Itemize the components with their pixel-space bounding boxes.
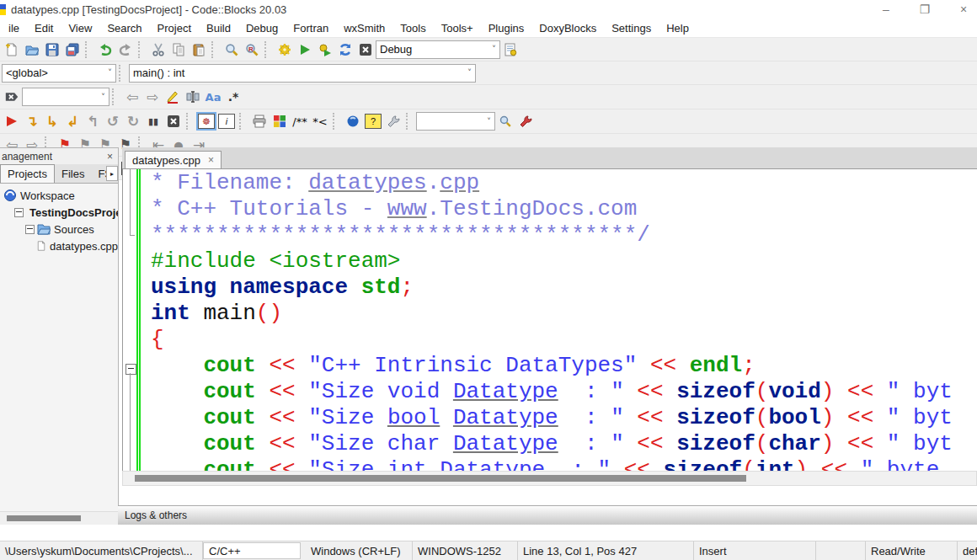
symbol-settings-button[interactable] xyxy=(515,112,536,131)
debug-continue-button[interactable] xyxy=(2,112,22,131)
symbol-search-button[interactable] xyxy=(495,112,515,131)
code-completion-toolbar: <global>˅main() : int˅ xyxy=(0,61,977,85)
status-profile: default xyxy=(958,541,977,560)
code-editor[interactable]: * Filename: datatypes.cpp* C++ Tutorials… xyxy=(122,169,977,472)
toolbar-separator xyxy=(138,41,146,58)
status-empty xyxy=(816,541,866,560)
code-line: cout << "Size bool Datatype : " << sizeo… xyxy=(151,405,977,431)
paste-button[interactable] xyxy=(189,40,209,59)
rebuild-button[interactable] xyxy=(335,40,355,59)
redo-button[interactable] xyxy=(115,40,136,59)
symbol-search-combo[interactable]: ˅ xyxy=(416,112,495,131)
menu-search[interactable]: Search xyxy=(99,20,149,36)
next-line-icon[interactable]: ↳ xyxy=(42,112,62,131)
fold-collapse-icon[interactable] xyxy=(125,364,136,375)
debug-info-icon[interactable]: i xyxy=(216,112,237,131)
tab-overflow-icon[interactable]: ▸ xyxy=(106,166,118,181)
step-out-icon[interactable]: ↰ xyxy=(83,112,103,131)
editor-scrollbar-thumb[interactable] xyxy=(135,475,746,482)
run-button[interactable] xyxy=(295,40,315,59)
abort-button[interactable] xyxy=(355,40,376,59)
tree-item-datatypes-label: datatypes.cpp xyxy=(50,240,118,253)
selected-text-only-icon[interactable] xyxy=(183,88,203,106)
search-next-icon[interactable]: ⇨ xyxy=(142,88,163,106)
tab-projects[interactable]: Projects xyxy=(0,164,55,183)
doxy-block-comment-icon[interactable]: /** xyxy=(290,112,310,131)
function-combo[interactable]: main() : int˅ xyxy=(129,64,476,83)
editor-tab-close-icon[interactable]: × xyxy=(208,154,214,166)
menu-build[interactable]: Build xyxy=(199,20,238,36)
open-file-button[interactable] xyxy=(22,40,42,59)
menu-plugins[interactable]: Plugins xyxy=(481,20,532,36)
menu-help[interactable]: Help xyxy=(659,20,697,36)
build-target-combo[interactable]: Debug˅ xyxy=(376,40,500,59)
step-into-instruction-icon[interactable]: ↻ xyxy=(123,112,143,131)
run-to-cursor-icon[interactable]: ↴ xyxy=(22,112,42,131)
panel-scrollbar-thumb[interactable] xyxy=(7,515,81,521)
chevron-down-icon: ˅ xyxy=(492,45,496,54)
logs-panel-header[interactable]: Logs & others xyxy=(118,505,977,525)
build-and-run-button[interactable] xyxy=(315,40,335,59)
match-case-icon[interactable]: Aa xyxy=(203,88,223,106)
menu-ile[interactable]: ile xyxy=(1,20,27,36)
management-panel-title: anagement xyxy=(2,151,52,163)
highlight-occurrences-icon[interactable] xyxy=(163,88,183,106)
menu-settings[interactable]: Settings xyxy=(604,20,659,36)
toolbar-separator xyxy=(186,113,194,130)
close-incremental-search-button[interactable] xyxy=(2,88,22,106)
next-instruction-icon[interactable]: ↺ xyxy=(103,112,123,131)
toolbar-separator xyxy=(264,41,272,58)
minimize-button[interactable]: – xyxy=(879,3,893,16)
close-button[interactable]: × xyxy=(957,3,970,16)
menu-view[interactable]: View xyxy=(61,20,99,36)
find-button[interactable] xyxy=(222,40,242,59)
scope-combo[interactable]: <global>˅ xyxy=(2,64,116,83)
panel-horizontal-scrollbar[interactable] xyxy=(0,511,118,525)
build-button[interactable] xyxy=(275,40,295,59)
doxy-run-chm-icon[interactable]: ? xyxy=(363,112,383,131)
menu-tools[interactable]: Tools xyxy=(392,20,433,36)
management-close-icon[interactable]: × xyxy=(107,151,113,163)
collapse-icon[interactable] xyxy=(14,208,24,217)
doxy-line-comment-icon[interactable]: *< xyxy=(310,112,330,131)
restore-button[interactable]: ❐ xyxy=(918,3,932,16)
new-file-button[interactable] xyxy=(2,40,22,59)
undo-button[interactable] xyxy=(95,40,115,59)
management-panel: anagement × Projects Files FS ▸ Workspac… xyxy=(0,147,119,525)
search-prev-icon[interactable]: ⇦ xyxy=(122,88,142,106)
editor-horizontal-scrollbar[interactable] xyxy=(122,471,977,486)
status-readwrite: Read/Write xyxy=(866,541,958,560)
save-all-button[interactable] xyxy=(62,40,83,59)
compiler-settings-button[interactable] xyxy=(500,40,521,59)
doxyblocks-icon[interactable] xyxy=(270,112,290,131)
tree-item-sources[interactable]: Sources xyxy=(2,221,118,237)
replace-button[interactable] xyxy=(242,40,262,59)
tree-item-project[interactable]: TestingDocsProject xyxy=(2,204,118,221)
tree-item-workspace[interactable]: Workspace xyxy=(2,187,118,204)
cut-button[interactable] xyxy=(148,40,168,59)
step-into-icon[interactable]: ↲ xyxy=(62,112,83,131)
menu-wxsmith[interactable]: wxSmith xyxy=(336,20,392,36)
logs-panel-label: Logs & others xyxy=(125,509,187,521)
menu-fortran[interactable]: Fortran xyxy=(286,20,336,36)
incremental-search-combo[interactable]: ˅ xyxy=(22,88,109,106)
tree-item-datatypes[interactable]: datatypes.cpp xyxy=(2,237,118,254)
doxyblocks-extract-icon[interactable] xyxy=(249,112,270,131)
editor-tab-datatypes[interactable]: datatypes.cpp × xyxy=(125,151,222,168)
menu-project[interactable]: Project xyxy=(150,20,199,36)
copy-button[interactable] xyxy=(168,40,189,59)
code-line: { xyxy=(151,327,977,353)
debug-stop-button[interactable] xyxy=(163,112,184,131)
menu-doxyblocks[interactable]: DoxyBlocks xyxy=(531,20,604,36)
doxy-config-icon[interactable] xyxy=(383,112,403,131)
debugging-windows-icon[interactable]: ☸ xyxy=(196,112,216,131)
regex-icon[interactable]: .* xyxy=(223,88,243,106)
menu-debug[interactable]: Debug xyxy=(238,20,286,36)
collapse-icon[interactable] xyxy=(25,225,35,234)
debug-break-icon[interactable]: ▮▮ xyxy=(143,112,163,131)
tab-files[interactable]: Files xyxy=(55,165,91,183)
menu-tools-[interactable]: Tools+ xyxy=(434,20,481,36)
menu-edit[interactable]: Edit xyxy=(27,20,61,36)
doxy-run-html-icon[interactable] xyxy=(343,112,363,131)
save-button[interactable] xyxy=(42,40,62,59)
